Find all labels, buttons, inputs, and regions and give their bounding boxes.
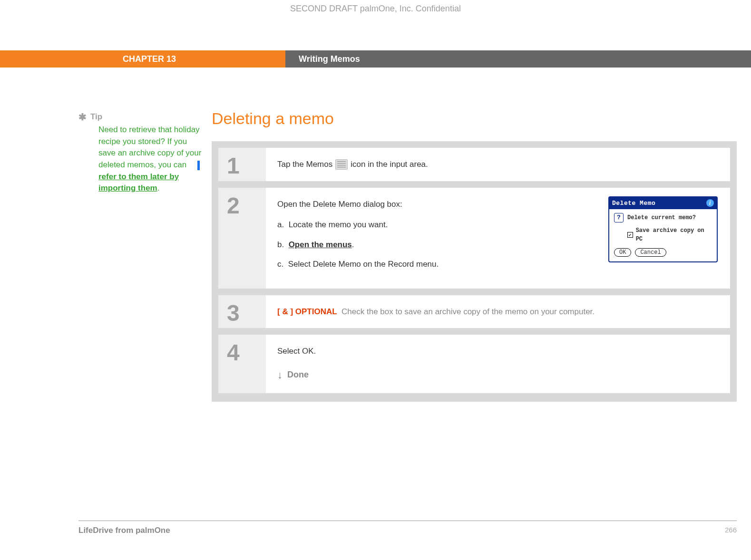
chapter-header: CHAPTER 13 Writing Memos bbox=[0, 50, 751, 68]
done-label: Done bbox=[287, 368, 309, 381]
tip-sidebar: ✱Tip Need to retrieve that holiday recip… bbox=[78, 109, 212, 402]
dialog-titlebar: Delete Memo i bbox=[609, 197, 717, 210]
step1-text-after: icon in the input area. bbox=[351, 158, 428, 171]
draft-watermark: SECOND DRAFT palmOne, Inc. Confidential bbox=[0, 4, 751, 14]
dialog-buttons: OK Cancel bbox=[614, 248, 712, 257]
ok-button[interactable]: OK bbox=[614, 248, 631, 257]
substep-b: b. Open the menus. bbox=[277, 239, 597, 251]
step-number: 3 bbox=[218, 295, 266, 328]
main-column: Deleting a memo 1 Tap the Memos icon in … bbox=[212, 109, 737, 402]
dialog-title-text: Delete Memo bbox=[612, 199, 655, 208]
chapter-title: Writing Memos bbox=[285, 50, 751, 68]
dialog-checkbox-row: ✔ Save archive copy on PC bbox=[627, 226, 712, 243]
step-body: Tap the Memos icon in the input area. bbox=[266, 148, 730, 181]
substep-c: c. Select Delete Memo on the Record menu… bbox=[277, 258, 597, 270]
asterisk-icon: ✱ bbox=[78, 112, 87, 122]
step-number: 1 bbox=[218, 148, 266, 181]
delete-memo-dialog: Delete Memo i ? Delete current memo? ✔ S… bbox=[608, 196, 718, 263]
revision-mark-icon bbox=[197, 161, 200, 170]
page-footer: LifeDrive from palmOne 266 bbox=[78, 521, 737, 535]
step2-intro: Open the Delete Memo dialog box: bbox=[277, 198, 597, 211]
tip-label: Tip bbox=[90, 112, 102, 121]
archive-checkbox-label: Save archive copy on PC bbox=[636, 226, 712, 243]
step3-text: Check the box to save an archive copy of… bbox=[341, 307, 595, 316]
substeps: a. Locate the memo you want. b. Open the… bbox=[277, 219, 597, 270]
dialog-question: Delete current memo? bbox=[627, 213, 696, 222]
step-body: Open the Delete Memo dialog box: a. Loca… bbox=[266, 188, 730, 289]
step-1: 1 Tap the Memos icon in the input area. bbox=[218, 148, 730, 181]
chapter-label: CHAPTER 13 bbox=[0, 50, 285, 68]
step-body: Select OK. ↓ Done bbox=[266, 335, 730, 393]
memos-icon bbox=[335, 159, 348, 170]
open-menus-link[interactable]: Open the menus bbox=[289, 240, 352, 249]
tip-link[interactable]: refer to them later by importing them bbox=[98, 172, 179, 193]
done-row: ↓ Done bbox=[277, 367, 719, 383]
step-body: [ & ] OPTIONAL Check the box to save an … bbox=[266, 295, 730, 328]
page-number: 266 bbox=[725, 526, 737, 535]
dialog-question-row: ? Delete current memo? bbox=[614, 213, 712, 222]
substep-a: a. Locate the memo you want. bbox=[277, 219, 597, 231]
info-icon[interactable]: i bbox=[706, 199, 714, 207]
step1-text-before: Tap the Memos bbox=[277, 158, 332, 171]
content-area: ✱Tip Need to retrieve that holiday recip… bbox=[78, 109, 737, 402]
tip-body: Need to retrieve that holiday recipe you… bbox=[78, 124, 202, 194]
optional-tag: [ & ] OPTIONAL bbox=[277, 307, 337, 316]
down-arrow-icon: ↓ bbox=[277, 367, 283, 383]
tip-text-after: . bbox=[157, 183, 160, 193]
step-3: 3 [ & ] OPTIONAL Check the box to save a… bbox=[218, 295, 730, 328]
step-number: 2 bbox=[218, 188, 266, 289]
product-name: LifeDrive from palmOne bbox=[78, 526, 170, 535]
step4-text: Select OK. bbox=[277, 345, 719, 357]
tip-text-before: Need to retrieve that holiday recipe you… bbox=[98, 125, 201, 169]
step-2: 2 Open the Delete Memo dialog box: a. Lo… bbox=[218, 188, 730, 289]
page-title: Deleting a memo bbox=[212, 109, 737, 128]
archive-checkbox[interactable]: ✔ bbox=[627, 232, 633, 238]
tip-heading: ✱Tip bbox=[78, 109, 202, 123]
steps-container: 1 Tap the Memos icon in the input area. … bbox=[212, 141, 737, 402]
step-number: 4 bbox=[218, 335, 266, 393]
step-4: 4 Select OK. ↓ Done bbox=[218, 335, 730, 393]
question-icon: ? bbox=[614, 213, 624, 222]
dialog-body: ? Delete current memo? ✔ Save archive co… bbox=[609, 209, 717, 261]
cancel-button[interactable]: Cancel bbox=[635, 248, 666, 257]
